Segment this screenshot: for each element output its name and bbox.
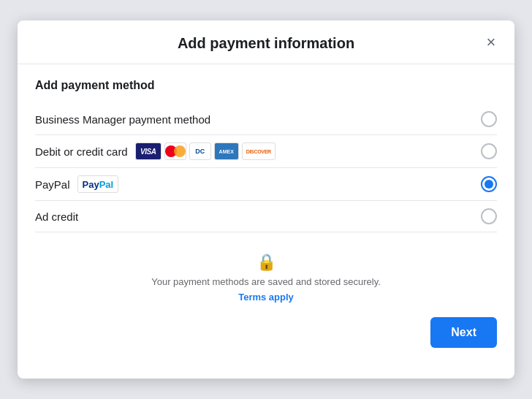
- dinersclub-icon: DC: [189, 142, 211, 160]
- close-button[interactable]: ×: [479, 31, 503, 54]
- modal-header: Add payment information ×: [18, 20, 514, 64]
- terms-link[interactable]: Terms apply: [238, 292, 294, 303]
- paypal-label: PayPal: [35, 178, 70, 191]
- payment-left-debit: Debit or credit card VISA DC AMEX DISCOV…: [35, 142, 276, 160]
- payment-option-debit-credit[interactable]: Debit or credit card VISA DC AMEX DISCOV…: [35, 135, 497, 168]
- radio-debit-credit[interactable]: [481, 143, 497, 159]
- amex-icon: AMEX: [214, 142, 239, 160]
- payment-option-ad-credit[interactable]: Ad credit: [35, 201, 497, 232]
- payment-left: Business Manager payment method: [35, 113, 210, 126]
- radio-ad-credit[interactable]: [481, 208, 497, 224]
- security-section: 🔒 Your payment methods are saved and sto…: [35, 253, 497, 303]
- radio-business-manager[interactable]: [481, 111, 497, 127]
- mastercard-icon: [164, 142, 186, 160]
- card-icons: VISA DC AMEX DISCOVER: [135, 142, 276, 160]
- modal-footer: Next: [18, 303, 514, 348]
- lock-icon: 🔒: [256, 253, 276, 272]
- section-title: Add payment method: [35, 79, 497, 92]
- visa-icon: VISA: [135, 142, 162, 160]
- modal-title: Add payment information: [178, 35, 354, 52]
- paypal-text-pal: Pal: [99, 179, 114, 190]
- add-payment-modal: Add payment information × Add payment me…: [18, 20, 514, 379]
- payment-left-paypal: PayPal PayPal: [35, 175, 118, 193]
- ad-credit-label: Ad credit: [35, 210, 78, 223]
- paypal-text-pay: Pay: [83, 179, 99, 190]
- debit-credit-label: Debit or credit card: [35, 145, 128, 158]
- payment-option-paypal[interactable]: PayPal PayPal: [35, 168, 497, 201]
- payment-option-business-manager[interactable]: Business Manager payment method: [35, 104, 497, 135]
- paypal-badge: PayPal: [77, 175, 119, 193]
- next-button[interactable]: Next: [430, 317, 497, 348]
- payment-left-ad-credit: Ad credit: [35, 210, 78, 223]
- modal-body: Add payment method Business Manager paym…: [18, 64, 514, 303]
- discover-icon: DISCOVER: [242, 142, 276, 160]
- radio-paypal[interactable]: [481, 176, 497, 192]
- security-text: Your payment methods are saved and store…: [151, 276, 381, 287]
- business-manager-label: Business Manager payment method: [35, 113, 210, 126]
